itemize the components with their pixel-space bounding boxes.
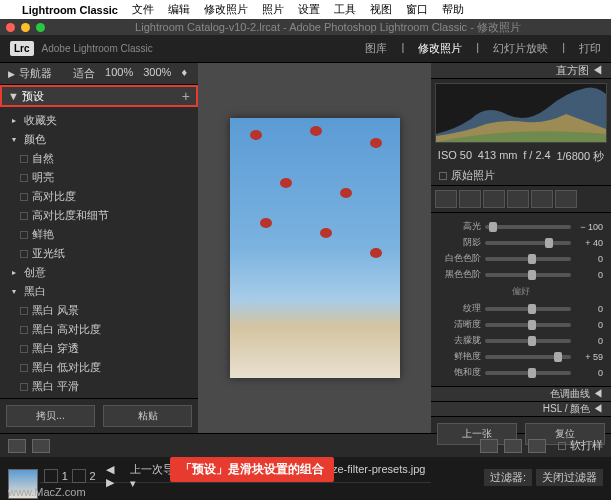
view-icon[interactable] — [528, 439, 546, 453]
menu-photo[interactable]: 照片 — [262, 2, 284, 17]
macos-menubar: Lightroom Classic 文件 编辑 修改照片 照片 设置 工具 视图… — [0, 0, 611, 19]
navigator-header[interactable]: ▶导航器 适合 100% 300% ♦ — [0, 63, 198, 85]
presets-tree: ▸收藏夹 ▾颜色 自然 明亮 高对比度 高对比度和细节 鲜艳 亚光纸 ▸创意 ▾… — [0, 107, 198, 398]
left-panel: ▶导航器 适合 100% 300% ♦ ▼ 预设 + ▸收藏夹 ▾颜色 自然 明… — [0, 63, 198, 433]
zoom-100[interactable]: 100% — [102, 65, 136, 82]
copy-button[interactable]: 拷贝... — [6, 405, 95, 427]
zoom-menu-icon[interactable]: ♦ — [178, 65, 190, 82]
exif-info: ISO 50413 mmf / 2.41/6800 秒 — [431, 147, 611, 166]
softproof-checkbox[interactable]: 软打样 — [558, 438, 603, 453]
slider-清晰度[interactable]: 清晰度0 — [439, 318, 603, 331]
module-print[interactable]: 打印 — [579, 41, 601, 56]
menu-develop[interactable]: 修改照片 — [204, 2, 248, 17]
preset-group-creative[interactable]: ▸创意 — [0, 263, 198, 282]
module-develop[interactable]: 修改照片 — [418, 41, 462, 56]
brand-text: Adobe Lightroom Classic — [42, 43, 153, 54]
slider-白色色阶[interactable]: 白色色阶0 — [439, 252, 603, 265]
tool-strip — [431, 185, 611, 213]
slider-高光[interactable]: 高光− 100 — [439, 220, 603, 233]
right-panel: 直方图 ◀ ISO 50413 mmf / 2.41/6800 秒 原始照片 高… — [431, 63, 611, 433]
watermark: www.MacZ.com — [8, 486, 86, 498]
preset-item[interactable]: 高对比度和细节 — [0, 206, 198, 225]
preset-item[interactable]: 自然 — [0, 149, 198, 168]
histogram-header[interactable]: 直方图 ◀ — [431, 63, 611, 79]
view-icon[interactable] — [480, 439, 498, 453]
module-library[interactable]: 图库 — [365, 41, 387, 56]
zoom-300[interactable]: 300% — [140, 65, 174, 82]
tone-curve-header[interactable]: 色调曲线 ◀ — [431, 386, 611, 401]
preset-group-favorites[interactable]: ▸收藏夹 — [0, 111, 198, 130]
annotation-callout: 「预设」是滑块设置的组合 — [170, 457, 334, 482]
preset-item[interactable]: 亚光纸 — [0, 244, 198, 263]
basic-panel: 高光− 100阴影+ 40白色色阶0黑色色阶0 偏好 纹理0清晰度0去朦胧0鲜艳… — [431, 213, 611, 386]
preset-item[interactable]: 高对比度 — [0, 187, 198, 206]
preset-group-bw[interactable]: ▾黑白 — [0, 282, 198, 301]
app-topbar: Lrc Adobe Lightroom Classic 图库 | 修改照片 | … — [0, 35, 611, 63]
window-titlebar: Lightroom Catalog-v10-2.lrcat - Adobe Ph… — [0, 19, 611, 35]
slider-饱和度[interactable]: 饱和度0 — [439, 366, 603, 379]
presets-header[interactable]: ▼ 预设 + — [0, 85, 198, 107]
brush-tool[interactable] — [555, 190, 577, 208]
radial-tool[interactable] — [531, 190, 553, 208]
add-preset-button[interactable]: + — [182, 88, 190, 104]
preset-item[interactable]: 明亮 — [0, 168, 198, 187]
minimize-window-button[interactable] — [21, 23, 30, 32]
module-picker: 图库 | 修改照片 | 幻灯片放映 | 打印 — [365, 41, 601, 56]
maximize-window-button[interactable] — [36, 23, 45, 32]
photo-preview — [230, 118, 400, 378]
gradient-tool[interactable] — [507, 190, 529, 208]
paste-button[interactable]: 粘贴 — [103, 405, 192, 427]
original-checkbox[interactable]: 原始照片 — [431, 166, 611, 185]
app-logo: Lrc — [10, 41, 34, 56]
canvas-area[interactable] — [198, 63, 431, 433]
preset-item[interactable]: 黑白 平滑 — [0, 377, 198, 396]
slider-鲜艳度[interactable]: 鲜艳度+ 59 — [439, 350, 603, 363]
before-after-icon[interactable] — [32, 439, 50, 453]
preset-item[interactable]: 黑白 风景 — [0, 301, 198, 320]
slider-去朦胧[interactable]: 去朦胧0 — [439, 334, 603, 347]
loupe-view-icon[interactable] — [8, 439, 26, 453]
hsl-color-header[interactable]: HSL / 颜色 ◀ — [431, 401, 611, 416]
fit-button[interactable]: 适合 — [70, 65, 98, 82]
close-filter-button[interactable]: 关闭过滤器 — [536, 469, 603, 486]
view-icon[interactable] — [504, 439, 522, 453]
preset-group-color[interactable]: ▾颜色 — [0, 130, 198, 149]
menu-tools[interactable]: 工具 — [334, 2, 356, 17]
preset-item[interactable]: 鲜艳 — [0, 225, 198, 244]
close-window-button[interactable] — [6, 23, 15, 32]
secondary-display-icon[interactable] — [44, 469, 58, 483]
menu-view[interactable]: 视图 — [370, 2, 392, 17]
crop-tool[interactable] — [435, 190, 457, 208]
grid-icon[interactable] — [72, 469, 86, 483]
preset-item[interactable]: 黑白 高对比度 — [0, 320, 198, 339]
histogram[interactable] — [435, 83, 607, 143]
redeye-tool[interactable] — [483, 190, 505, 208]
preset-item[interactable]: 黑白 低对比度 — [0, 358, 198, 377]
menu-settings[interactable]: 设置 — [298, 2, 320, 17]
preset-item[interactable]: 黑白 穿透 — [0, 339, 198, 358]
menu-file[interactable]: 文件 — [132, 2, 154, 17]
slider-阴影[interactable]: 阴影+ 40 — [439, 236, 603, 249]
module-slideshow[interactable]: 幻灯片放映 — [493, 41, 548, 56]
app-menu[interactable]: Lightroom Classic — [22, 4, 118, 16]
menu-window[interactable]: 窗口 — [406, 2, 428, 17]
window-title: Lightroom Catalog-v10-2.lrcat - Adobe Ph… — [51, 20, 605, 35]
spot-tool[interactable] — [459, 190, 481, 208]
slider-黑色色阶[interactable]: 黑色色阶0 — [439, 268, 603, 281]
filter-label[interactable]: 过滤器: — [484, 469, 532, 486]
slider-纹理[interactable]: 纹理0 — [439, 302, 603, 315]
presence-label: 偏好 — [439, 285, 603, 298]
menu-help[interactable]: 帮助 — [442, 2, 464, 17]
menu-edit[interactable]: 编辑 — [168, 2, 190, 17]
